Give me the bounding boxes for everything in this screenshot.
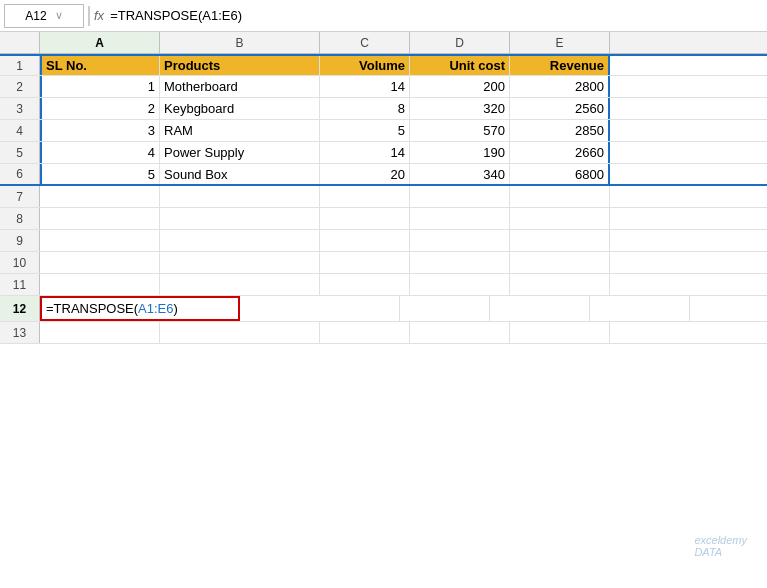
col-header-a[interactable]: A xyxy=(40,32,160,53)
cell-c9[interactable] xyxy=(320,230,410,251)
cell-d13[interactable] xyxy=(410,322,510,343)
cell-c8[interactable] xyxy=(320,208,410,229)
cell-a12[interactable]: =TRANSPOSE(A1:E6) xyxy=(40,296,240,321)
cell-c11[interactable] xyxy=(320,274,410,295)
cell-c1[interactable]: Volume xyxy=(320,56,410,75)
col-header-c[interactable]: C xyxy=(320,32,410,53)
cell-c6[interactable]: 20 xyxy=(320,164,410,184)
cell-c5[interactable]: 14 xyxy=(320,142,410,163)
row-header-6[interactable]: 6 xyxy=(0,164,40,184)
cell-a2[interactable]: 1 xyxy=(40,76,160,97)
cell-e5[interactable]: 2660 xyxy=(510,142,610,163)
cell-e7[interactable] xyxy=(510,186,610,207)
cell-e10[interactable] xyxy=(510,252,610,273)
grid-row-2: 2 1 Motherboard 14 200 2800 xyxy=(0,76,767,98)
cell-a9[interactable] xyxy=(40,230,160,251)
cell-a1[interactable]: SL No. xyxy=(40,56,160,75)
cell-a11[interactable] xyxy=(40,274,160,295)
cell-b2[interactable]: Motherboard xyxy=(160,76,320,97)
cell-e11[interactable] xyxy=(510,274,610,295)
cell-c2[interactable]: 14 xyxy=(320,76,410,97)
cell-d7[interactable] xyxy=(410,186,510,207)
cell-a3[interactable]: 2 xyxy=(40,98,160,119)
cell-d6[interactable]: 340 xyxy=(410,164,510,184)
cell-d1[interactable]: Unit cost xyxy=(410,56,510,75)
cell-d11[interactable] xyxy=(410,274,510,295)
col-header-d[interactable]: D xyxy=(410,32,510,53)
formula-suffix: ) xyxy=(174,301,178,316)
formula-input[interactable] xyxy=(110,4,763,28)
cell-d12[interactable] xyxy=(490,296,590,321)
row-header-9[interactable]: 9 xyxy=(0,230,40,251)
cell-b3[interactable]: Keybgboard xyxy=(160,98,320,119)
row-header-10[interactable]: 10 xyxy=(0,252,40,273)
cell-d2[interactable]: 200 xyxy=(410,76,510,97)
row-header-5[interactable]: 5 xyxy=(0,142,40,163)
cell-d1-value: Unit cost xyxy=(449,58,505,73)
row-header-13[interactable]: 13 xyxy=(0,322,40,343)
cell-d5[interactable]: 190 xyxy=(410,142,510,163)
row-header-7[interactable]: 7 xyxy=(0,186,40,207)
cell-a10[interactable] xyxy=(40,252,160,273)
cell-e12[interactable] xyxy=(590,296,690,321)
column-headers: A B C D E xyxy=(0,32,767,54)
row-header-3[interactable]: 3 xyxy=(0,98,40,119)
cell-e13[interactable] xyxy=(510,322,610,343)
cell-b1[interactable]: Products xyxy=(160,56,320,75)
cell-a4[interactable]: 3 xyxy=(40,120,160,141)
cell-c3[interactable]: 8 xyxy=(320,98,410,119)
corner-cell xyxy=(0,32,40,53)
cell-d8[interactable] xyxy=(410,208,510,229)
row-header-11[interactable]: 11 xyxy=(0,274,40,295)
cell-e3[interactable]: 2560 xyxy=(510,98,610,119)
cell-b7[interactable] xyxy=(160,186,320,207)
cell-d10[interactable] xyxy=(410,252,510,273)
cell-a6[interactable]: 5 xyxy=(40,164,160,184)
cell-b12[interactable] xyxy=(240,296,400,321)
cell-e8[interactable] xyxy=(510,208,610,229)
col-header-e[interactable]: E xyxy=(510,32,610,53)
grid-row-5: 5 4 Power Supply 14 190 2660 xyxy=(0,142,767,164)
grid-row-12: 12 =TRANSPOSE(A1:E6) xyxy=(0,296,767,322)
cell-a13[interactable] xyxy=(40,322,160,343)
row-header-1[interactable]: 1 xyxy=(0,56,40,75)
fx-label: fx xyxy=(94,8,104,23)
cell-b4[interactable]: RAM xyxy=(160,120,320,141)
grid-row-7: 7 xyxy=(0,186,767,208)
cell-c7[interactable] xyxy=(320,186,410,207)
col-header-b[interactable]: B xyxy=(160,32,320,53)
cell-b10[interactable] xyxy=(160,252,320,273)
cell-b8[interactable] xyxy=(160,208,320,229)
cell-e1[interactable]: Revenue xyxy=(510,56,610,75)
cell-b13[interactable] xyxy=(160,322,320,343)
cell-e2[interactable]: 2800 xyxy=(510,76,610,97)
cell-e9[interactable] xyxy=(510,230,610,251)
row-header-8[interactable]: 8 xyxy=(0,208,40,229)
grid-row-8: 8 xyxy=(0,208,767,230)
cell-e6[interactable]: 6800 xyxy=(510,164,610,184)
row-header-12[interactable]: 12 xyxy=(0,296,40,321)
cell-e4[interactable]: 2850 xyxy=(510,120,610,141)
row-header-2[interactable]: 2 xyxy=(0,76,40,97)
cell-a7[interactable] xyxy=(40,186,160,207)
cell-b11[interactable] xyxy=(160,274,320,295)
row-header-4[interactable]: 4 xyxy=(0,120,40,141)
cell-b1-value: Products xyxy=(164,58,220,73)
cell-reference-box[interactable]: A12 ∨ xyxy=(4,4,84,28)
cell-c4[interactable]: 5 xyxy=(320,120,410,141)
cell-b6[interactable]: Sound Box xyxy=(160,164,320,184)
cell-d4[interactable]: 570 xyxy=(410,120,510,141)
cell-d3[interactable]: 320 xyxy=(410,98,510,119)
watermark: exceldemyDATA xyxy=(694,534,747,558)
cell-c12[interactable] xyxy=(400,296,490,321)
cell-c10[interactable] xyxy=(320,252,410,273)
grid-row-9: 9 xyxy=(0,230,767,252)
cell-a5[interactable]: 4 xyxy=(40,142,160,163)
cell-d9[interactable] xyxy=(410,230,510,251)
cell-b9[interactable] xyxy=(160,230,320,251)
cell-b5[interactable]: Power Supply xyxy=(160,142,320,163)
cell-a8[interactable] xyxy=(40,208,160,229)
formula-prefix: =TRANSPOSE( xyxy=(46,301,138,316)
cell-c13[interactable] xyxy=(320,322,410,343)
formula-bar-divider xyxy=(88,6,90,26)
